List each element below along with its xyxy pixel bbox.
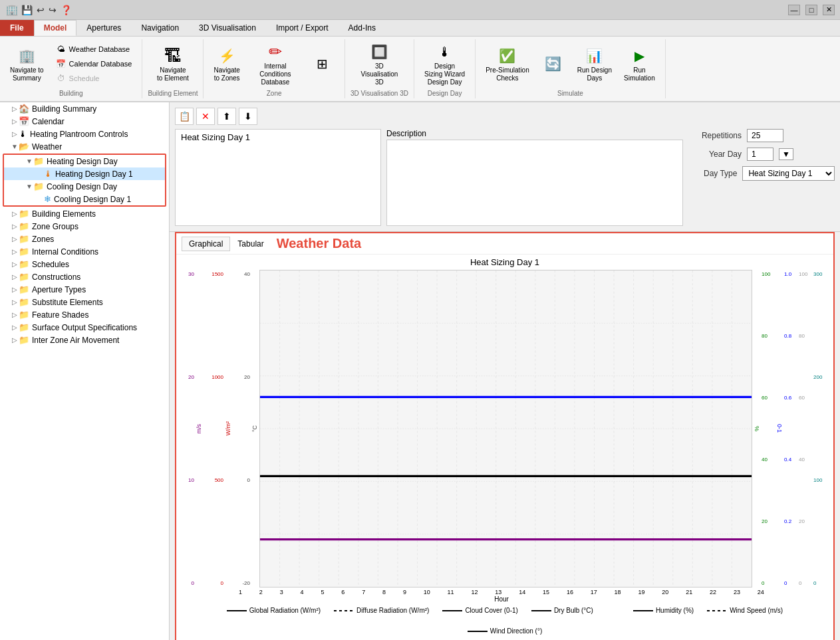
zone-extra-icon: ⊞ [312, 53, 333, 74]
3d-visualisation-button[interactable]: 🔲 3DVisualisation3D [356, 39, 402, 88]
save-icon[interactable]: 💾 [21, 5, 33, 15]
sidebar-item-zone-groups[interactable]: ▷ 📁 Zone Groups [0, 220, 169, 233]
feature-shades-label: Feature Shades [32, 310, 88, 320]
description-input[interactable] [386, 140, 683, 226]
fields-row: Heat Sizing Day 1 Description Repetition… [175, 129, 835, 226]
repetitions-input[interactable] [747, 129, 783, 142]
minimize-button[interactable]: — [788, 5, 800, 15]
pre-simulation-icon: ✅ [497, 45, 518, 66]
sidebar-item-cooling-design-day[interactable]: ▼ 📁 Cooling Design Day [4, 180, 165, 193]
run-simulation-button[interactable]: ▶ RunSimulation [619, 43, 660, 84]
weather-database-label: Weather Database [69, 45, 130, 53]
expand-icon: ▷ [11, 286, 19, 294]
close-button[interactable]: ✕ [823, 5, 835, 15]
expand-icon: ▷ [11, 311, 19, 319]
sidebar-item-feature-shades[interactable]: ▷ 📁 Feature Shades [0, 308, 169, 321]
navigate-zones-label: Navigateto Zones [213, 66, 239, 82]
sidebar-item-aperture-types[interactable]: ▷ 📁 Aperture Types [0, 283, 169, 296]
redo-icon[interactable]: ↪ [49, 5, 57, 15]
building-summary-label: Building Summary [32, 104, 96, 114]
expand-icon: ▷ [11, 210, 19, 218]
run-design-days-icon: 📊 [584, 45, 605, 66]
toolbar-row: 📋 ✕ ⬆ ⬇ [175, 108, 835, 125]
maximize-button[interactable]: □ [805, 5, 817, 15]
move-down-button[interactable]: ⬇ [239, 108, 257, 125]
internal-conditions-button[interactable]: ✏ Internal ConditionsDatabase [247, 39, 303, 88]
sidebar-item-internal-conditions[interactable]: ▷ 📁 Internal Conditions [0, 245, 169, 258]
internal-conditions-tree-icon: 📁 [19, 247, 29, 257]
sidebar-item-heating-design-day[interactable]: ▼ 📁 Heating Design Day [4, 155, 165, 167]
navigate-summary-button[interactable]: 🏢 Navigate toSummary [5, 43, 49, 84]
sidebar-item-weather[interactable]: ▼ 📂 Weather [0, 140, 169, 153]
constructions-icon: 📁 [19, 272, 29, 282]
y-axis-celsius: 40 20 0 -20 [233, 270, 251, 587]
inter-zone-icon: 📁 [19, 335, 29, 345]
pre-simulation-button[interactable]: ✅ Pre-SimulationChecks [481, 43, 534, 84]
sidebar-item-constructions[interactable]: ▷ 📁 Constructions [0, 270, 169, 283]
delete-button[interactable]: ✕ [196, 108, 215, 125]
tab-tabular[interactable]: Tabular [230, 237, 271, 251]
sidebar: ▷ 🏠 Building Summary ▷ 📅 Calendar ▷ 🌡 He… [0, 102, 170, 640]
legend-line-wind-speed [707, 610, 727, 611]
tab-import-export[interactable]: Import / Export [266, 20, 339, 36]
design-sizing-wizard-button[interactable]: 🌡 DesignSizing WizardDesign Day [420, 39, 470, 88]
sidebar-item-heating-plantroom[interactable]: ▷ 🌡 Heating Plantroom Controls [0, 128, 169, 140]
chart-body-wrap: 30 20 10 0 m/s 1500 1000 500 [179, 270, 831, 639]
move-up-button[interactable]: ⬆ [217, 108, 236, 125]
sidebar-item-substitute-elements[interactable]: ▷ 📁 Substitute Elements [0, 296, 169, 308]
sidebar-item-surface-output[interactable]: ▷ 📁 Surface Output Specifications [0, 321, 169, 334]
legend-diffuse-radiation: Diffuse Radiation (W/m²) [334, 607, 429, 614]
constructions-label: Constructions [32, 272, 80, 282]
add-button[interactable]: 📋 [175, 108, 194, 125]
properties-box: Repetitions Year Day ▼ Day Type [688, 129, 835, 181]
building-elements-icon: 📁 [19, 209, 29, 219]
year-day-input[interactable] [747, 148, 773, 161]
year-day-label: Year Day [688, 150, 742, 159]
legend-dry-bulb: Dry Bulb (°C) [531, 607, 593, 614]
sidebar-item-building-elements[interactable]: ▷ 📁 Building Elements [0, 207, 169, 220]
tab-apertures[interactable]: Apertures [76, 20, 131, 36]
tab-graphical[interactable]: Graphical [182, 237, 230, 251]
tab-add-ins[interactable]: Add-Ins [339, 20, 386, 36]
tab-model[interactable]: Model [34, 20, 77, 36]
building-icon: 🏢 [16, 45, 37, 66]
expand-icon: ▼ [25, 183, 33, 191]
sidebar-item-calendar[interactable]: ▷ 📅 Calendar [0, 115, 169, 128]
year-day-spinner[interactable]: ▼ [779, 148, 793, 160]
refresh-button[interactable]: 🔄 [537, 51, 570, 76]
sidebar-item-cooling-design-day-1[interactable]: ❄ Cooling Design Day 1 [4, 193, 165, 205]
navigate-zones-button[interactable]: ⚡ Navigateto Zones [209, 43, 244, 84]
y-axis-teal: 300 200 100 0 [812, 270, 831, 587]
sidebar-item-schedules[interactable]: ▷ 📁 Schedules [0, 258, 169, 270]
surface-output-label: Surface Output Specifications [32, 323, 137, 332]
day-type-select[interactable]: Heat Sizing Day 1 Cool Sizing Day 1 [742, 166, 835, 181]
expand-icon: ▷ [11, 223, 19, 231]
navigate-element-button[interactable]: 🏗 Navigateto Element [152, 43, 194, 84]
run-design-days-button[interactable]: 📊 Run DesignDays [573, 43, 617, 84]
tab-3d-visualisation[interactable]: 3D Visualisation [189, 20, 266, 36]
sidebar-item-heating-design-day-1[interactable]: 🌡 Heating Design Day 1 [4, 167, 165, 180]
weather-folder-icon: 📂 [19, 142, 29, 152]
tab-navigation[interactable]: Navigation [131, 20, 189, 36]
chart-inner: Heat Sizing Day 1 30 20 10 0 m/ [176, 255, 833, 640]
expand-icon: ▷ [11, 105, 19, 113]
ribbon-content: 🏢 Navigate toSummary 🌤 Weather Database … [0, 37, 840, 101]
undo-icon[interactable]: ↩ [37, 5, 45, 15]
app-icon: 🏢 [5, 3, 19, 16]
internal-conditions-label: Internal Conditions [32, 247, 98, 257]
calendar-database-button[interactable]: 📅 Calendar Database [51, 57, 137, 70]
sidebar-item-building-summary[interactable]: ▷ 🏠 Building Summary [0, 102, 169, 115]
chart-plot [259, 270, 752, 587]
heating-design-day-1-label: Heating Design Day 1 [55, 169, 133, 179]
tab-file[interactable]: File [0, 20, 34, 36]
x-axis-numbers: 123456789101112131415161718192021222324 [239, 587, 764, 595]
day-name-value: Heat Sizing Day 1 [181, 132, 250, 142]
chart-header-title: Heat Sizing Day 1 [179, 257, 831, 267]
legend-humidity: Humidity (%) [633, 607, 694, 614]
help-icon[interactable]: ❓ [61, 5, 72, 15]
weather-database-button[interactable]: 🌤 Weather Database [51, 43, 137, 56]
zone-extra-button[interactable]: ⊞ [306, 51, 339, 76]
sidebar-item-zones[interactable]: ▷ 📁 Zones [0, 233, 169, 245]
sidebar-item-inter-zone[interactable]: ▷ 📁 Inter Zone Air Movement [0, 334, 169, 346]
expand-icon: ▷ [11, 336, 19, 344]
